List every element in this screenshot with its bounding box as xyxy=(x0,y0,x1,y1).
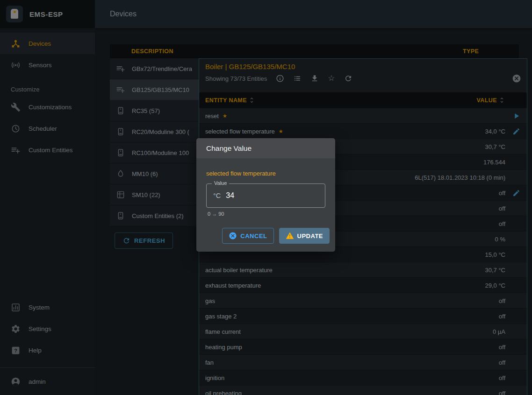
dialog-body: selected flow temperature Value °C 0 → 9… xyxy=(196,158,335,221)
dialog-actions: CANCEL UPDATE xyxy=(196,221,335,252)
update-button[interactable]: UPDATE xyxy=(279,228,330,244)
value-range-helper: 0 → 90 xyxy=(208,211,325,217)
cancel-button[interactable]: CANCEL xyxy=(222,228,273,244)
value-unit-label: °C xyxy=(213,192,221,199)
warning-triangle-icon xyxy=(286,232,294,240)
value-input[interactable] xyxy=(225,191,318,200)
dialog-entity-label: selected flow temperature xyxy=(206,170,325,177)
update-button-label: UPDATE xyxy=(297,233,323,240)
cancel-button-label: CANCEL xyxy=(240,233,267,240)
dialog-title: Change Value xyxy=(196,138,335,158)
change-value-dialog: Change Value selected flow temperature V… xyxy=(196,138,335,252)
cancel-circle-icon xyxy=(229,232,237,240)
value-field[interactable]: Value °C xyxy=(206,183,325,208)
value-field-label: Value xyxy=(212,180,229,186)
